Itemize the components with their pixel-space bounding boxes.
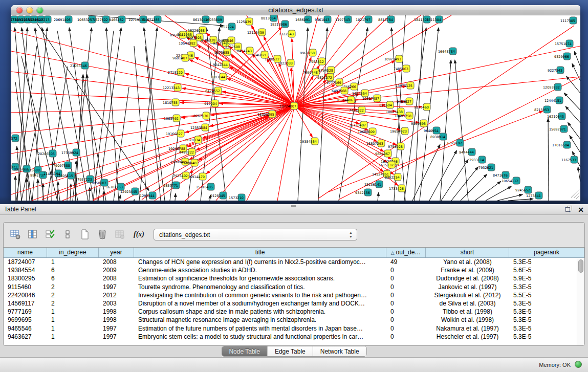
table-row[interactable]: 1456911722003Disruption of a novel membe…: [4, 299, 584, 308]
import-table-icon[interactable]: [114, 229, 125, 240]
table-cell: 1997: [99, 324, 134, 333]
table-row[interactable]: 1938455462009Genome-wide association stu…: [4, 266, 584, 274]
delete-table-icon[interactable]: [97, 229, 108, 240]
show-columns-icon[interactable]: [27, 229, 38, 240]
network-edge[interactable]: [11, 106, 294, 113]
table-row[interactable]: 1872400712008Changes of HCN gene express…: [4, 258, 584, 266]
network-node-label: 16782753: [106, 185, 123, 189]
new-table-icon[interactable]: [79, 229, 91, 240]
network-node-label: 7857224: [219, 25, 234, 29]
column-header-title[interactable]: title: [134, 248, 386, 257]
network-edge[interactable]: [42, 116, 268, 200]
network-edge[interactable]: [441, 160, 468, 201]
vertical-scrollbar[interactable]: [577, 258, 584, 345]
network-edge[interactable]: [565, 106, 580, 123]
table-cell: 1: [47, 258, 99, 266]
table-row[interactable]: 2242004622012Investigating the contribut…: [4, 291, 584, 299]
network-node-label: 9227343: [548, 69, 562, 73]
table-row[interactable]: 977716911998Corpus callosum shape and si…: [4, 308, 584, 316]
row-height-icon[interactable]: [62, 229, 73, 240]
network-edge[interactable]: [567, 76, 580, 93]
network-edge[interactable]: [11, 31, 294, 106]
tab-node-table[interactable]: Node Table: [222, 346, 268, 356]
network-edge[interactable]: [578, 167, 580, 182]
network-edge[interactable]: [572, 63, 580, 81]
network-edge[interactable]: [134, 46, 147, 201]
function-builder-icon[interactable]: f(x): [134, 230, 144, 238]
network-edge[interactable]: [568, 122, 580, 139]
network-edge[interactable]: [440, 60, 451, 201]
network-edge[interactable]: [486, 186, 511, 201]
table-cell: 5.3E-5: [509, 324, 584, 333]
table-cell: 0: [386, 324, 426, 333]
network-node-label: 13975125: [396, 84, 412, 88]
network-edge[interactable]: [570, 136, 580, 152]
tab-network-table[interactable]: Network Table: [313, 346, 366, 356]
network-edge[interactable]: [230, 67, 294, 106]
table-source-dropdown[interactable]: citations_edges.txt ▲▼: [154, 229, 357, 240]
network-edge[interactable]: [475, 181, 501, 201]
edit-columns-icon[interactable]: [45, 229, 56, 240]
network-edge[interactable]: [294, 106, 397, 145]
network-edge[interactable]: [548, 118, 549, 201]
network-window-titlebar[interactable]: citations_edges.txt: [11, 5, 580, 15]
table-row[interactable]: 946362711997Embryonic stem cells: a mode…: [4, 333, 584, 341]
network-canvas[interactable]: 2405571957503188911232055324105432796482…: [11, 15, 580, 201]
column-header-in_degree[interactable]: in_degree: [47, 248, 99, 257]
network-node-label: 8291372: [11, 137, 17, 141]
table-cell: Tourette syndrome. Phenomenology and cla…: [134, 283, 386, 291]
network-edge[interactable]: [451, 167, 478, 201]
splitter-grip[interactable]: [291, 205, 296, 208]
network-node-label: 12353584: [190, 126, 207, 130]
network-node-label: 1810755: [163, 101, 178, 105]
table-row[interactable]: 969969511998Structural magnetic resonanc…: [4, 316, 584, 324]
column-header-pagerank[interactable]: pagerank: [509, 248, 584, 257]
network-node-label: 7486322: [349, 108, 364, 113]
network-edge[interactable]: [574, 51, 580, 67]
network-node-label: 1322543: [279, 32, 294, 36]
network-edge[interactable]: [185, 74, 294, 106]
network-edge[interactable]: [294, 80, 326, 106]
float-panel-icon[interactable]: [565, 205, 573, 214]
network-node-label: 9821072: [317, 76, 332, 80]
network-edge[interactable]: [175, 193, 176, 201]
table-cell: 5.3E-5: [509, 258, 584, 266]
network-edge[interactable]: [120, 195, 120, 201]
table-cell: 9463627: [4, 333, 47, 341]
network-edge[interactable]: [378, 192, 379, 201]
table-cell: 19384554: [4, 266, 47, 274]
application-window: citations_edges.txt 24055719575031889112…: [0, 0, 588, 372]
close-panel-icon[interactable]: ✕: [578, 206, 584, 214]
network-node-label: 16210643: [547, 115, 564, 119]
network-node-label: 9857771: [163, 184, 178, 188]
network-window[interactable]: citations_edges.txt 24055719575031889112…: [11, 5, 580, 201]
network-edge[interactable]: [420, 28, 439, 201]
network-edge[interactable]: [93, 31, 114, 201]
column-header-out_de[interactable]: △out_de…: [386, 248, 426, 257]
network-edge[interactable]: [508, 199, 533, 201]
network-node-label: 7932621: [478, 166, 493, 170]
table-row[interactable]: 1830029562008Estimation of significance …: [4, 274, 584, 282]
column-header-short[interactable]: short: [426, 248, 509, 257]
window-resize-grip[interactable]: [574, 192, 579, 198]
table-cell: 18300295: [4, 274, 47, 282]
network-edge[interactable]: [294, 106, 391, 159]
table-row[interactable]: 946554611997Estimation of the future num…: [4, 324, 584, 333]
network-node-label: 9242844: [213, 63, 228, 67]
column-header-year[interactable]: year: [99, 248, 134, 257]
network-node-label: 10807487: [362, 97, 379, 101]
network-edge[interactable]: [455, 60, 468, 201]
table-settings-icon[interactable]: [10, 229, 21, 240]
scrollbar-thumb[interactable]: [578, 259, 583, 273]
window-resize-grip[interactable]: [576, 195, 579, 199]
network-node-label: 8938914: [430, 135, 445, 139]
column-header-name[interactable]: name: [4, 248, 47, 257]
network-edge[interactable]: [461, 174, 487, 201]
network-edge[interactable]: [294, 46, 580, 106]
network-edge[interactable]: [277, 106, 294, 201]
table-cell: Jankovic et al. (1997): [426, 283, 509, 291]
network-node-label: 9245652: [515, 188, 530, 192]
network-node-label: 9756928: [388, 145, 403, 149]
tab-edge-table[interactable]: Edge Table: [268, 346, 313, 356]
table-row[interactable]: 911546021997Tourette syndrome. Phenomeno…: [4, 283, 584, 291]
